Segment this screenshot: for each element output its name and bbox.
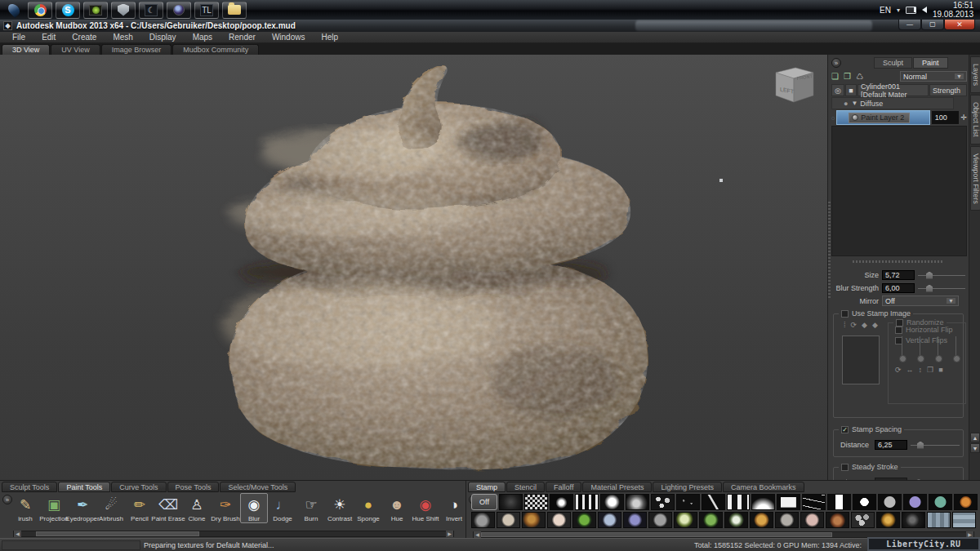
stamp-swatch-white-square[interactable] — [777, 494, 800, 510]
visibility-eye-icon[interactable]: ◎ — [831, 84, 844, 96]
stamp-swatch-pink-blossom[interactable] — [547, 512, 571, 528]
tool-projection[interactable]: ▣Projection — [40, 493, 68, 523]
stamp-swatch-gray-splat[interactable] — [471, 512, 495, 528]
size-slider[interactable] — [918, 270, 965, 280]
mirror-dropdown[interactable]: Off ▼ — [882, 295, 959, 306]
selected-layer[interactable]: Paint Layer 2 — [836, 110, 929, 125]
stamp-swatch-pink-granite[interactable] — [800, 512, 824, 528]
tool-eyedropper[interactable]: ✒Eyedropper — [69, 493, 96, 523]
stamp-swatch-white-splat[interactable] — [600, 494, 624, 510]
stamp-swatch-orange-leaves[interactable] — [522, 512, 546, 528]
stamp-swatch-branch-scratch[interactable] — [702, 494, 725, 510]
stamp-swatch-half-moon[interactable] — [751, 494, 775, 510]
layer-visibility-dot-icon[interactable]: ◌ — [831, 115, 835, 121]
stamp-swatch-white-flowers[interactable] — [724, 512, 748, 528]
stamp-swatch-white-stripes[interactable] — [727, 494, 751, 510]
stamp-swatch-fabric-blue[interactable] — [927, 512, 951, 528]
view-cube-gizmo[interactable]: LEFT FRONT — [768, 61, 820, 109]
lock-icon[interactable]: ■ — [845, 84, 857, 96]
taskbar-icon-photo-app[interactable]: ☾ — [139, 2, 163, 19]
randomize-slider-2[interactable] — [920, 336, 920, 361]
stamp-swatch-lens-eye[interactable] — [853, 494, 876, 510]
speaker-icon[interactable] — [922, 7, 927, 13]
size-input[interactable]: 5,72 — [882, 270, 915, 280]
paint-layer-row[interactable]: ◌ Paint Layer 2 100 ✛ — [831, 110, 967, 125]
taskbar-icon-skype[interactable]: S — [56, 2, 80, 19]
distance-slider[interactable] — [911, 440, 960, 450]
stamp-swatch-scratches[interactable] — [802, 494, 826, 510]
tab-mudbox-community[interactable]: Mudbox Community — [172, 44, 259, 55]
menu-render[interactable]: Render — [221, 33, 263, 42]
randomize-slider-1[interactable] — [902, 336, 902, 361]
stamp-swatch-purple-circle[interactable] — [903, 494, 927, 510]
menu-create[interactable]: Create — [65, 33, 104, 42]
language-indicator[interactable]: EN — [880, 6, 891, 15]
tab-3d-view[interactable]: 3D View — [2, 44, 50, 55]
stamp-spacing-checkbox[interactable]: ✓ — [841, 426, 849, 433]
scroll-up-icon[interactable]: ▲ — [970, 433, 980, 442]
tool-hue-shift[interactable]: ◉Hue Shift — [412, 493, 439, 523]
tool-contrast[interactable]: ☀Contrast — [326, 493, 354, 523]
randomize-slider-3[interactable] — [938, 336, 938, 361]
tab-select-move-tools[interactable]: Select/Move Tools — [220, 482, 296, 492]
tool-clone[interactable]: ♙Clone — [183, 493, 211, 523]
taskbar-icon-nvidia[interactable] — [83, 2, 108, 19]
stamp-swatch-purple-flowers[interactable] — [623, 512, 647, 528]
strength-slider-handle-icon[interactable]: ✛ — [960, 113, 967, 122]
stamp-off-button[interactable]: Off — [471, 494, 497, 510]
collapse-triangle-icon[interactable]: ▼ — [851, 100, 858, 107]
tool-pencil[interactable]: ✏Pencil — [126, 493, 154, 523]
tool-tray-scrollbar[interactable]: ◀ ▶ — [13, 531, 454, 537]
distance-input[interactable]: 6,25 — [875, 440, 907, 450]
tab-falloff[interactable]: Falloff — [546, 482, 581, 492]
tool-paint-erase[interactable]: ⌫Paint Erase — [154, 493, 182, 523]
tab-sculpt-tools[interactable]: Sculpt Tools — [2, 482, 57, 492]
scrollbar-thumb[interactable] — [36, 531, 199, 536]
stamp-swatch-gray-blob[interactable] — [648, 512, 672, 528]
layer-strength-value[interactable]: 100 — [932, 111, 960, 124]
scrollbar-thumb[interactable] — [481, 532, 832, 537]
scroll-right-icon[interactable]: ▶ — [446, 531, 453, 537]
tab-paint[interactable]: Paint — [913, 57, 948, 69]
menu-edit[interactable]: Edit — [34, 33, 63, 42]
scroll-left-icon[interactable]: ◀ — [14, 531, 21, 537]
blend-mode-dropdown[interactable]: Normal ▼ — [900, 71, 967, 82]
layers-name-column[interactable]: Cylinder001 [Default Mater — [858, 84, 929, 96]
menu-mesh[interactable]: Mesh — [105, 33, 140, 42]
use-stamp-image-checkbox[interactable] — [841, 310, 849, 318]
taskbar-icon-file-manager[interactable] — [222, 2, 247, 19]
tool-blur[interactable]: ◉Blur — [240, 493, 268, 523]
randomize-slider-4[interactable] — [956, 336, 956, 361]
tab-sculpt[interactable]: Sculpt — [874, 57, 912, 69]
diffuse-group-row[interactable]: ● ▼ Diffuse — [831, 97, 954, 109]
stamp-swatch-granite-circle[interactable] — [878, 494, 902, 510]
menu-display[interactable]: Display — [142, 33, 184, 42]
tray-expand-caret-icon[interactable]: ▾ — [897, 7, 900, 14]
stamp-swatch-blue-flowers[interactable] — [598, 512, 621, 528]
tab-stencil[interactable]: Stencil — [506, 482, 545, 492]
import-layer-icon[interactable]: ❐ — [844, 72, 851, 81]
stamp-swatch-dark-rock[interactable] — [902, 512, 925, 528]
tab-curve-tools[interactable]: Curve Tools — [111, 482, 166, 492]
stamp-swatch-plaid-blue[interactable] — [952, 512, 976, 528]
taskbar-clock[interactable]: 16:51 19.08.2013 — [933, 1, 973, 19]
stamp-swatch-soft-blob[interactable] — [626, 494, 649, 510]
side-tab-layers[interactable]: Layers — [970, 56, 980, 93]
taskbar-icon-shield-app[interactable] — [111, 2, 136, 19]
tool-irush[interactable]: ✎irush — [11, 493, 39, 523]
stamp-swatch-orange-circle[interactable] — [954, 494, 978, 510]
tool-dodge[interactable]: ♩Dodge — [269, 493, 296, 523]
tab-stamp[interactable]: Stamp — [468, 482, 506, 492]
stamp-flip-icons[interactable]: ⟳↔↕❐■ — [895, 366, 943, 374]
section-resize-handle[interactable] — [853, 260, 942, 263]
tool-invert[interactable]: ◑Invert — [440, 493, 468, 523]
panel-expander-icon[interactable]: » — [831, 58, 841, 68]
new-layer-icon[interactable]: ❏ — [831, 72, 839, 81]
stamp-swatch-yellow-flowers[interactable] — [674, 512, 697, 528]
blur-strength-input[interactable]: 6,00 — [882, 283, 915, 293]
stamp-swatch-stripes[interactable] — [575, 494, 599, 510]
stamp-swatch-small-splat[interactable] — [550, 494, 573, 510]
stamp-swatch-dark-sparse[interactable] — [676, 494, 700, 510]
tool-airbrush[interactable]: ☄Airbrush — [97, 493, 125, 523]
tool-burn[interactable]: ☞Burn — [297, 493, 325, 523]
